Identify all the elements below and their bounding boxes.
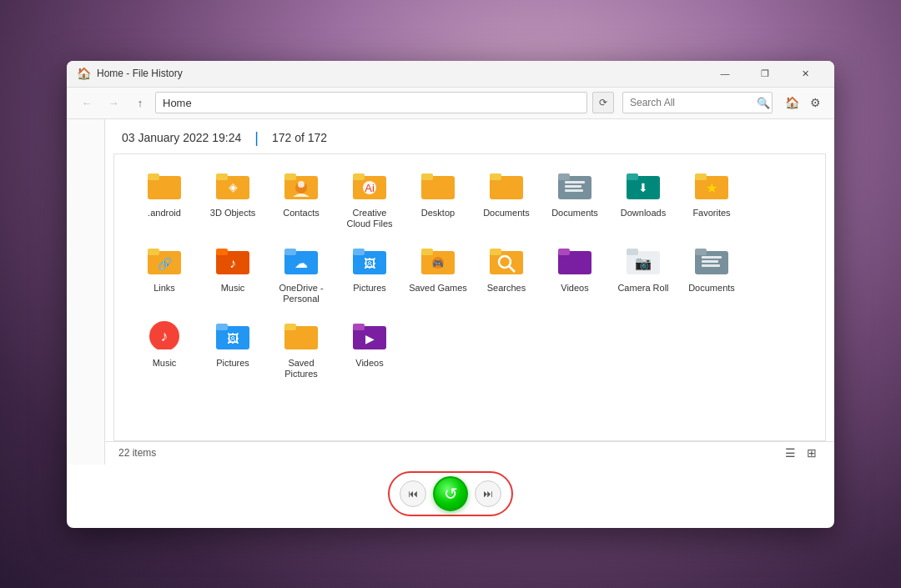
file-label: Favorites <box>692 208 730 219</box>
svg-rect-19 <box>558 173 570 180</box>
folder-icon-onedrive: ☁ <box>284 244 318 279</box>
refresh-button[interactable]: ⟳ <box>592 92 614 113</box>
svg-rect-58 <box>702 264 720 267</box>
toolbar: ← → ↑ ⟳ 🔍 🏠 ⚙ <box>67 88 834 119</box>
folder-icon-music2: ♪ <box>148 319 181 354</box>
search-input[interactable] <box>622 92 773 113</box>
file-item-onedrive[interactable]: ☁ OneDrive - Personal <box>268 238 335 311</box>
file-item-documents3[interactable]: Documents <box>678 238 745 311</box>
svg-rect-4 <box>216 173 228 180</box>
file-item-saved-games[interactable]: 🎮 Saved Games <box>405 238 471 311</box>
svg-rect-20 <box>565 181 585 183</box>
svg-rect-46 <box>490 249 501 255</box>
settings-icon-button[interactable]: ⚙ <box>804 92 826 113</box>
svg-text:★: ★ <box>706 181 717 195</box>
file-item-documents2[interactable]: Documents <box>541 163 608 236</box>
sidebar <box>67 119 105 465</box>
folder-icon-downloads: ⬇ <box>627 169 660 204</box>
file-item-downloads[interactable]: ⬇ Downloads <box>610 163 677 236</box>
folder-icon-saved-pictures <box>284 319 318 354</box>
file-label: 3D Objects <box>210 208 255 219</box>
maximize-button[interactable]: ❐ <box>746 61 784 88</box>
svg-rect-50 <box>558 249 570 255</box>
file-label: Pictures <box>216 358 249 369</box>
close-button[interactable]: ✕ <box>786 61 824 88</box>
folder-icon-creative-cloud: Ai <box>353 169 386 204</box>
file-item-camera-roll[interactable]: 📷 Camera Roll <box>610 238 677 311</box>
svg-rect-42 <box>421 249 433 255</box>
file-label: Videos <box>561 283 588 294</box>
svg-text:▶: ▶ <box>365 332 375 345</box>
previous-button[interactable]: ⏮ <box>400 480 426 507</box>
file-item-saved-pictures[interactable]: Saved Pictures <box>268 313 335 386</box>
date-display: 03 January 2022 19:24 <box>122 131 241 144</box>
file-label: Documents <box>483 208 530 219</box>
minimize-button[interactable]: — <box>706 61 744 88</box>
svg-rect-56 <box>702 256 722 259</box>
file-item-videos2[interactable]: ▶ Videos <box>336 313 403 386</box>
svg-text:♪: ♪ <box>229 256 236 270</box>
file-item-desktop[interactable]: Desktop <box>405 163 471 236</box>
svg-rect-22 <box>565 189 583 192</box>
folder-icon-camera-roll: 📷 <box>627 244 660 279</box>
date-bar: 03 January 2022 19:24 | 172 of 172 <box>105 119 834 153</box>
file-item-videos1[interactable]: Videos <box>541 238 608 311</box>
search-button[interactable]: 🔍 <box>753 92 774 113</box>
svg-text:Ai: Ai <box>365 182 375 194</box>
version-counter: 172 of 172 <box>272 131 327 144</box>
svg-rect-30 <box>148 249 159 255</box>
file-label: Camera Roll <box>617 283 668 294</box>
svg-text:♪: ♪ <box>161 328 169 344</box>
file-label: Desktop <box>421 208 455 219</box>
file-label: Searches <box>487 283 526 294</box>
file-item-pictures1[interactable]: 🖼 Pictures <box>336 238 403 311</box>
svg-rect-2 <box>148 173 159 180</box>
address-bar[interactable] <box>155 92 587 113</box>
file-item-creative-cloud[interactable]: Ai Creative Cloud Files <box>336 163 403 236</box>
file-item-music1[interactable]: ♪ Music <box>199 238 266 311</box>
folder-icon-android <box>148 169 181 204</box>
restore-button[interactable]: ↺ <box>433 476 468 511</box>
content-area: 03 January 2022 19:24 | 172 of 172 .andr… <box>67 119 834 465</box>
grid-view-button[interactable]: ⊞ <box>803 444 821 462</box>
files-area: .android ◈ 3D Objects Contacts <box>113 153 826 441</box>
file-item-favorites[interactable]: ★ Favorites <box>678 163 745 236</box>
up-button[interactable]: ↑ <box>128 91 152 114</box>
home-icon-button[interactable]: 🏠 <box>781 92 803 113</box>
window-controls: — ❐ ✕ <box>706 61 824 88</box>
file-item-links[interactable]: 🔗 Links <box>131 238 198 311</box>
file-item-3dobjects[interactable]: ◈ 3D Objects <box>199 163 266 236</box>
back-button[interactable]: ← <box>75 91 98 114</box>
svg-point-9 <box>298 181 305 188</box>
folder-icon-saved-games: 🎮 <box>421 244 455 279</box>
file-label: Saved Pictures <box>271 358 331 379</box>
svg-rect-17 <box>490 173 501 180</box>
main-content: 03 January 2022 19:24 | 172 of 172 .andr… <box>105 119 834 465</box>
svg-text:◈: ◈ <box>229 180 238 193</box>
file-item-music2[interactable]: ♪ Music <box>131 313 198 386</box>
svg-rect-52 <box>627 249 638 255</box>
file-item-documents1[interactable]: Documents <box>473 163 540 236</box>
file-item-contacts[interactable]: Contacts <box>268 163 335 236</box>
svg-rect-36 <box>284 249 296 255</box>
date-separator: | <box>254 129 259 147</box>
svg-rect-24 <box>627 173 638 180</box>
folder-icon-documents3 <box>695 244 728 279</box>
svg-rect-33 <box>216 249 228 255</box>
svg-rect-67 <box>353 324 365 330</box>
folder-icon-3dobjects: ◈ <box>216 169 249 204</box>
list-view-button[interactable]: ☰ <box>781 444 799 462</box>
file-item-android[interactable]: .android <box>131 163 198 236</box>
view-controls: ☰ ⊞ <box>781 444 821 462</box>
file-label: Downloads <box>621 208 666 219</box>
playback-controls: ⏮ ↺ ⏭ <box>388 471 513 516</box>
file-item-pictures2[interactable]: 🖼 Pictures <box>199 313 266 386</box>
svg-text:🖼: 🖼 <box>227 332 239 345</box>
file-item-searches[interactable]: Searches <box>473 238 540 311</box>
next-button[interactable]: ⏭ <box>475 480 501 507</box>
playback-area: ⏮ ↺ ⏭ <box>67 465 834 528</box>
forward-button[interactable]: → <box>102 91 125 114</box>
svg-rect-57 <box>702 260 718 263</box>
file-label: Documents <box>551 208 598 219</box>
svg-text:📷: 📷 <box>635 255 652 271</box>
